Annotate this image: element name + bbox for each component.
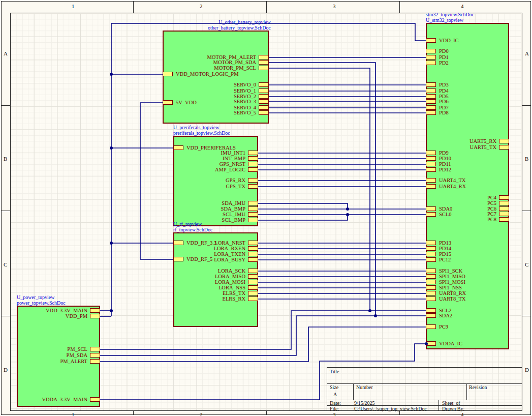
frame-column-label-top: 1 xyxy=(72,4,75,9)
frame-divider xyxy=(1,211,10,211)
frame-row-label-left: A xyxy=(4,51,8,56)
frame-divider xyxy=(399,411,400,415)
frame-divider xyxy=(266,1,267,13)
frame-divider xyxy=(266,411,267,415)
frame-divider xyxy=(133,1,134,13)
frame-divider xyxy=(522,211,531,211)
frame-column-label-bottom: 4 xyxy=(461,412,464,416)
frame-divider xyxy=(399,1,400,13)
frame-divider xyxy=(1,105,10,106)
frame-divider xyxy=(133,411,134,415)
schematic-page: U_other_battery_topviewother_battery_top… xyxy=(0,0,532,416)
frame-column-label-bottom: 2 xyxy=(200,412,203,416)
frame-column-label-top: 3 xyxy=(333,4,336,9)
frame-row-label-left: C xyxy=(4,262,7,268)
frame-column-label-top: 4 xyxy=(461,4,464,9)
frame-column-label-top: 2 xyxy=(200,4,203,9)
frame-row-label-right: C xyxy=(525,262,528,268)
frame-column-label-bottom: 3 xyxy=(333,412,336,416)
frame-row-label-left: B xyxy=(4,156,7,162)
sheet-outer-border xyxy=(1,1,531,415)
frame-divider xyxy=(522,316,531,316)
frame-row-label-right: D xyxy=(525,367,529,373)
frame-row-label-right: B xyxy=(525,156,528,162)
frame-row-label-right: A xyxy=(525,51,529,56)
frame-divider xyxy=(522,105,531,106)
frame-column-label-bottom: 1 xyxy=(72,412,75,416)
frame-divider xyxy=(1,316,10,316)
frame-row-label-left: D xyxy=(4,367,8,373)
